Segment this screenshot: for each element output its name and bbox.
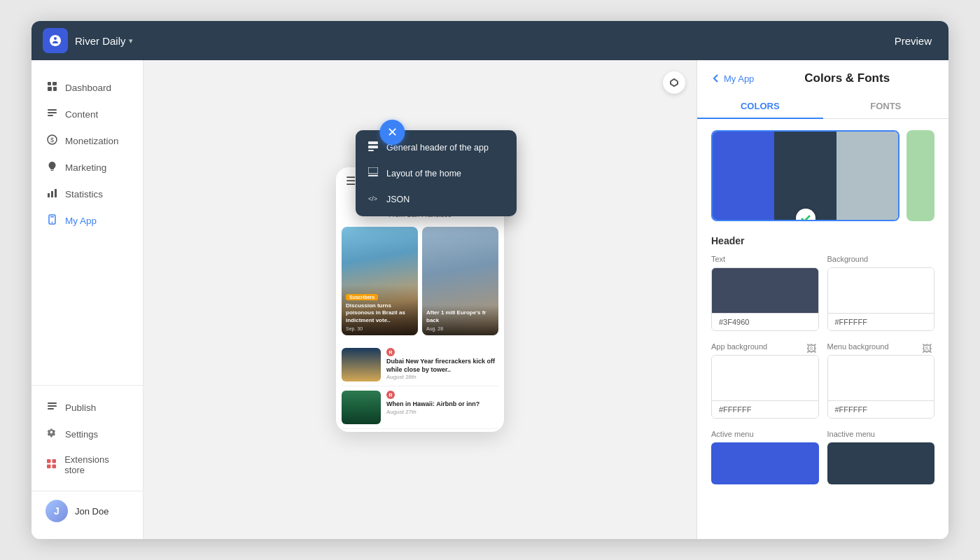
layout-home-icon (368, 167, 378, 179)
content-icon (46, 108, 58, 120)
sidebar-item-monetization[interactable]: $ Monetization (31, 127, 143, 154)
dropdown-item-json[interactable]: </> JSON (356, 186, 517, 212)
list-date-2: August 27th (386, 409, 498, 415)
list-item[interactable]: R When in Hawaii: Airbnb or inn? August … (342, 386, 498, 429)
menu-bg-swatch[interactable]: #FFFFFF (827, 355, 935, 419)
palette-1[interactable] (711, 130, 899, 221)
svg-rect-0 (48, 82, 51, 85)
app-bg-field: App background 🖼 #FFFFFF (711, 342, 819, 419)
svg-text:$: $ (50, 136, 53, 144)
list-content-2: R When in Hawaii: Airbnb or inn? August … (386, 391, 498, 415)
svg-rect-9 (48, 193, 50, 197)
list-thumb-1 (342, 348, 381, 382)
dropdown-menu: General header of the app Layout of the … (356, 130, 517, 216)
app-bg-image-icon[interactable]: 🖼 (806, 343, 816, 354)
general-header-icon (368, 141, 378, 153)
header-bg-label: Background (827, 255, 935, 263)
dropdown-item-general-header[interactable]: General header of the app (356, 134, 517, 160)
tab-fonts[interactable]: FONTS (823, 94, 949, 118)
dropdown-item-layout-home[interactable]: Layout of the home (356, 160, 517, 186)
header-bg-value: #FFFFFF (828, 313, 934, 330)
sidebar-label-statistics: Statistics (65, 189, 103, 200)
sidebar-item-marketing[interactable]: Marketing (31, 154, 143, 181)
phone-card-2[interactable]: After 1 mill Europe's fr back Aug. 28 (422, 227, 498, 335)
preview-button[interactable]: Preview (878, 21, 948, 60)
sidebar-label-dashboard: Dashboard (65, 83, 111, 93)
sidebar-item-extensions[interactable]: Extensions store (31, 447, 143, 482)
inactive-menu-field: Inactive menu (827, 430, 935, 484)
inactive-menu-swatch[interactable] (827, 442, 935, 484)
svg-rect-11 (55, 189, 57, 197)
sidebar-item-myapp[interactable]: My App (31, 207, 143, 234)
svg-rect-10 (51, 191, 53, 197)
palette-2[interactable] (906, 130, 934, 221)
sidebar-label-content: Content (65, 109, 98, 120)
card1-overlay: Suscribers Discussion turns poisonous in… (342, 285, 418, 335)
svg-rect-4 (48, 109, 57, 111)
list-date-1: August 28th (386, 374, 498, 380)
back-link[interactable]: My App (711, 74, 754, 84)
dropdown-label-general: General header of the app (386, 143, 489, 153)
sidebar-item-dashboard[interactable]: Dashboard (31, 74, 143, 101)
menu-bg-image-icon[interactable]: 🖼 (922, 343, 932, 354)
main-body: Dashboard Content $ Monetization (31, 60, 948, 539)
phone-card-1[interactable]: Suscribers Discussion turns poisonous in… (342, 227, 418, 335)
svg-rect-24 (368, 150, 374, 151)
app-bg-row: App background 🖼 #FFFFFF Menu background… (711, 342, 934, 419)
header-bg-swatch[interactable]: #FFFFFF (827, 267, 935, 331)
sidebar-item-statistics[interactable]: Statistics (31, 181, 143, 207)
monetization-icon: $ (46, 134, 58, 147)
sidebar-item-publish[interactable]: Publish (31, 394, 143, 421)
tab-colors[interactable]: COLORS (697, 94, 823, 118)
sidebar-bottom: Publish Settings Extensions store (31, 385, 143, 491)
svg-rect-3 (53, 87, 57, 91)
svg-rect-13 (50, 216, 54, 218)
header-text-field: Text #3F4960 (711, 255, 819, 331)
back-label: My App (724, 74, 754, 84)
phone-menu-icon[interactable]: ☰ (346, 174, 356, 188)
list-title-2: When in Hawaii: Airbnb or inn? (386, 400, 498, 409)
svg-point-14 (51, 222, 52, 223)
expand-button[interactable] (663, 71, 685, 94)
app-logo (43, 28, 68, 53)
svg-rect-26 (368, 175, 378, 176)
header-bg-field: Background #FFFFFF (827, 255, 935, 331)
card2-overlay: After 1 mill Europe's fr back Aug. 28 (422, 305, 498, 335)
user-name: Jon Doe (75, 506, 108, 517)
menu-bg-label: Menu background (827, 342, 889, 351)
user-profile[interactable]: J Jon Doe (31, 491, 143, 531)
json-icon: </> (368, 193, 378, 205)
svg-rect-21 (52, 465, 57, 469)
avatar: J (46, 500, 68, 522)
card1-title: Discussion turns poisonous in Brazil as … (346, 302, 414, 324)
header-bg-color (828, 268, 934, 313)
panel-header: My App Colors & Fonts (697, 60, 948, 85)
list-badge-2: R (386, 391, 395, 399)
sidebar-label-extensions: Extensions store (64, 454, 129, 475)
app-name-chevron: ▾ (129, 36, 133, 46)
center-area: ✕ ☰ 🔖 River Daily From San Francisco Sus… (144, 60, 696, 539)
list-thumb-2 (342, 391, 381, 424)
sidebar-item-settings[interactable]: Settings (31, 421, 143, 447)
header-color-row: Text #3F4960 Background #FFFFFF (711, 255, 934, 331)
color-palettes (711, 130, 934, 221)
list-content-1: R Dubai New Year firecrackers kick off w… (386, 348, 498, 380)
svg-rect-19 (52, 459, 57, 463)
app-bg-swatch[interactable]: #FFFFFF (711, 355, 819, 419)
close-button[interactable]: ✕ (379, 120, 405, 145)
palette-swatch (836, 132, 898, 220)
header-text-swatch[interactable]: #3F4960 (711, 267, 819, 331)
svg-rect-18 (47, 459, 51, 463)
app-name[interactable]: River Daily ▾ (75, 35, 133, 47)
sidebar-item-content[interactable]: Content (31, 101, 143, 127)
header-text-value: #3F4960 (712, 313, 818, 330)
list-item[interactable]: R Dubai New Year firecrackers kick off w… (342, 344, 498, 386)
active-menu-swatch[interactable] (711, 442, 819, 484)
dropdown-label-json: JSON (386, 195, 410, 204)
sidebar: Dashboard Content $ Monetization (31, 60, 144, 539)
menu-bg-color (828, 356, 934, 400)
app-bg-value: #FFFFFF (712, 400, 818, 418)
sidebar-label-publish: Publish (65, 402, 96, 413)
menu-color-row: Active menu Inactive menu (711, 430, 934, 484)
palette-swatch (774, 132, 836, 220)
